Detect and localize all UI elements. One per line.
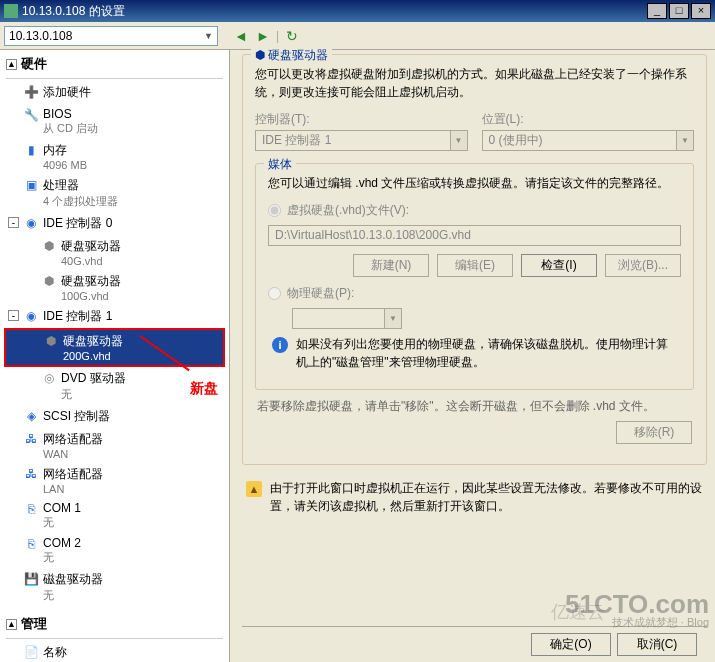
controller-select: IDE 控制器 1▼ xyxy=(255,130,468,151)
hdd-icon: ⬢ xyxy=(41,238,57,254)
new-button: 新建(N) xyxy=(353,254,429,277)
collapse-icon[interactable]: ▲ xyxy=(6,619,17,630)
nav-forward-button[interactable]: ► xyxy=(254,27,272,45)
hdd-icon: ⬢ xyxy=(255,48,265,62)
name-icon: 📄 xyxy=(23,644,39,660)
group-description: 您可以更改将虚拟硬盘附加到虚拟机的方式。如果此磁盘上已经安装了一个操作系统，则更… xyxy=(255,65,694,101)
hardware-tree: ➕ 添加硬件 🔧 BIOS从 CD 启动 ▮ 内存4096 MB ▣ 处理器4 … xyxy=(0,81,229,612)
scsi-icon: ◈ xyxy=(23,408,39,424)
add-hardware-icon: ➕ xyxy=(23,84,39,100)
maximize-button[interactable]: □ xyxy=(669,3,689,19)
hardware-section-header[interactable]: ▲ 硬件 xyxy=(0,52,229,76)
media-description: 您可以通过编辑 .vhd 文件压缩或转换虚拟硬盘。请指定该文件的完整路径。 xyxy=(268,174,681,192)
window-titlebar: 10.13.0.108 的设置 _ □ × xyxy=(0,0,715,22)
toolbar: 10.13.0.108 ▼ ◄ ► | ↻ xyxy=(0,22,715,50)
management-tree: 📄 名称10.13.0.108 ⚙ 集成服务提供了所有服务 xyxy=(0,641,229,662)
tree-item-floppy[interactable]: 💾 磁盘驱动器无 xyxy=(4,568,225,606)
inspect-button[interactable]: 检查(I) xyxy=(521,254,597,277)
tree-item-add-hardware[interactable]: ➕ 添加硬件 xyxy=(4,81,225,104)
location-select: 0 (使用中)▼ xyxy=(482,130,695,151)
memory-icon: ▮ xyxy=(23,142,39,158)
hardware-section-label: 硬件 xyxy=(21,55,47,73)
remove-button: 移除(R) xyxy=(616,421,692,444)
chevron-down-icon: ▼ xyxy=(450,131,467,150)
hdd-icon: ⬢ xyxy=(43,333,59,349)
window-icon xyxy=(4,4,18,18)
dialog-footer: 确定(O) 取消(C) xyxy=(242,626,707,662)
chevron-down-icon: ▼ xyxy=(384,309,401,328)
radio-vhd-input xyxy=(268,204,281,217)
radio-phys-input xyxy=(268,287,281,300)
hdd-group: ⬢ 硬盘驱动器 您可以更改将虚拟硬盘附加到虚拟机的方式。如果此磁盘上已经安装了一… xyxy=(242,54,707,465)
dvd-icon: ◎ xyxy=(41,370,57,386)
ok-button[interactable]: 确定(O) xyxy=(531,633,611,656)
radio-physical-disk: 物理硬盘(P): xyxy=(268,285,681,302)
chevron-down-icon: ▼ xyxy=(204,31,213,41)
group-title: ⬢ 硬盘驱动器 xyxy=(251,47,332,64)
nic-icon: 🖧 xyxy=(23,466,39,482)
nic-icon: 🖧 xyxy=(23,431,39,447)
sidebar: ▲ 硬件 ➕ 添加硬件 🔧 BIOS从 CD 启动 ▮ 内存4096 MB ▣ … xyxy=(0,50,230,662)
nav-back-button[interactable]: ◄ xyxy=(232,27,250,45)
tree-item-hdd-100g[interactable]: ⬢ 硬盘驱动器100G.vhd xyxy=(4,270,225,305)
bios-icon: 🔧 xyxy=(23,107,39,123)
tree-item-ide1[interactable]: -◉ IDE 控制器 1 xyxy=(4,305,225,328)
floppy-icon: 💾 xyxy=(23,571,39,587)
ide-icon: ◉ xyxy=(23,308,39,324)
location-label: 位置(L): xyxy=(482,111,695,128)
tree-item-nic-lan[interactable]: 🖧 网络适配器LAN xyxy=(4,463,225,498)
watermark-yisu: 亿速云 xyxy=(551,600,605,624)
collapse-icon[interactable]: - xyxy=(8,310,19,321)
settings-panel: ⬢ 硬盘驱动器 您可以更改将虚拟硬盘附加到虚拟机的方式。如果此磁盘上已经安装了一… xyxy=(230,50,715,662)
tree-item-ide0[interactable]: -◉ IDE 控制器 0 xyxy=(4,212,225,235)
info-icon: i xyxy=(272,337,288,353)
address-dropdown[interactable]: 10.13.0.108 ▼ xyxy=(4,26,218,46)
address-value: 10.13.0.108 xyxy=(9,29,72,43)
warning-icon: ▲ xyxy=(246,481,262,497)
tree-item-hdd-40g[interactable]: ⬢ 硬盘驱动器40G.vhd xyxy=(4,235,225,270)
management-section-header[interactable]: ▲ 管理 xyxy=(0,612,229,636)
hdd-icon: ⬢ xyxy=(41,273,57,289)
media-group-title: 媒体 xyxy=(264,156,296,173)
cpu-icon: ▣ xyxy=(23,177,39,193)
tree-item-nic-wan[interactable]: 🖧 网络适配器WAN xyxy=(4,428,225,463)
com-icon: ⎘ xyxy=(23,501,39,517)
media-group: 媒体 您可以通过编辑 .vhd 文件压缩或转换虚拟硬盘。请指定该文件的完整路径。… xyxy=(255,163,694,390)
ide-icon: ◉ xyxy=(23,215,39,231)
close-button[interactable]: × xyxy=(691,3,711,19)
radio-vhd-file: 虚拟硬盘(.vhd)文件(V): xyxy=(268,202,681,219)
tree-item-memory[interactable]: ▮ 内存4096 MB xyxy=(4,139,225,174)
vhd-path-field: D:\VirtualHost\10.13.0.108\200G.vhd xyxy=(268,225,681,246)
remove-note: 若要移除虚拟硬盘，请单击"移除"。这会断开磁盘，但不会删除 .vhd 文件。 xyxy=(257,398,692,415)
minimize-button[interactable]: _ xyxy=(647,3,667,19)
tree-item-name[interactable]: 📄 名称10.13.0.108 xyxy=(4,641,225,662)
tree-item-com1[interactable]: ⎘ COM 1无 xyxy=(4,498,225,533)
com-icon: ⎘ xyxy=(23,536,39,552)
tree-item-bios[interactable]: 🔧 BIOS从 CD 启动 xyxy=(4,104,225,139)
annotation-new-disk: 新盘 xyxy=(190,380,218,398)
tree-item-scsi[interactable]: ◈ SCSI 控制器 xyxy=(4,405,225,428)
edit-button: 编辑(E) xyxy=(437,254,513,277)
browse-button: 浏览(B)... xyxy=(605,254,681,277)
management-section-label: 管理 xyxy=(21,615,47,633)
controller-label: 控制器(T): xyxy=(255,111,468,128)
cancel-button[interactable]: 取消(C) xyxy=(617,633,697,656)
tree-item-hdd-200g[interactable]: ⬢ 硬盘驱动器200G.vhd xyxy=(4,328,225,367)
collapse-icon[interactable]: - xyxy=(8,217,19,228)
chevron-down-icon: ▼ xyxy=(676,131,693,150)
physical-disk-select: ▼ xyxy=(292,308,402,329)
window-title: 10.13.0.108 的设置 xyxy=(22,3,125,20)
refresh-button[interactable]: ↻ xyxy=(283,27,301,45)
collapse-icon[interactable]: ▲ xyxy=(6,59,17,70)
tree-item-cpu[interactable]: ▣ 处理器4 个虚拟处理器 xyxy=(4,174,225,212)
info-physical-disk: i 如果没有列出您要使用的物理硬盘，请确保该磁盘脱机。使用物理计算机上的"磁盘管… xyxy=(272,335,677,371)
warning-running-vm: ▲ 由于打开此窗口时虚拟机正在运行，因此某些设置无法修改。若要修改不可用的设置，… xyxy=(246,479,703,515)
tree-item-com2[interactable]: ⎘ COM 2无 xyxy=(4,533,225,568)
